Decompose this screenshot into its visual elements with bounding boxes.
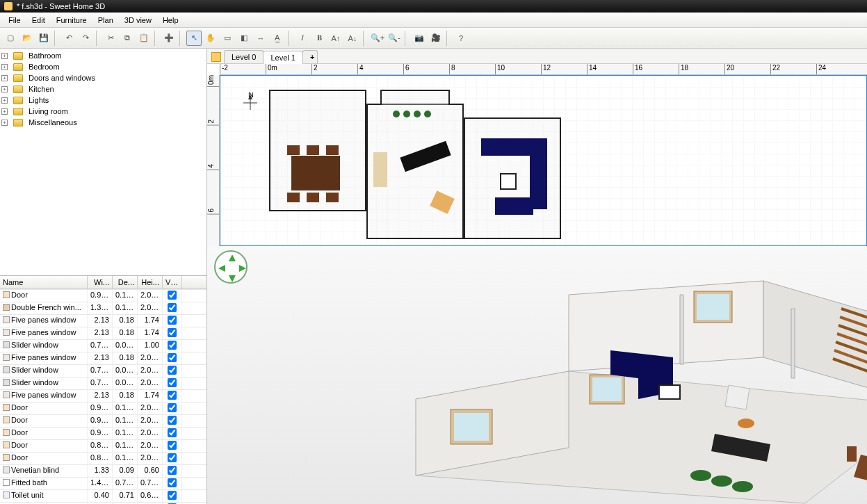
sofa-l-bottom[interactable] [495,197,533,215]
chair[interactable] [326,193,339,202]
sofa-small[interactable] [373,152,387,187]
visible-checkbox[interactable] [168,478,177,487]
create-rooms-button[interactable]: ◧ [236,31,252,46]
plan-2d-view[interactable]: -20m24681012141618202224 0m246 N [207,64,867,246]
visible-checkbox[interactable] [168,428,177,437]
visible-checkbox[interactable] [168,366,177,375]
plan-canvas[interactable]: N [220,75,867,246]
menu-plan[interactable]: Plan [92,14,119,26]
decrease-size-button[interactable]: A↓ [345,31,360,46]
table-row[interactable]: Slider window0.7210.0811.00 [0,339,206,352]
visible-checkbox[interactable] [168,391,177,400]
pan-button[interactable]: ✋ [203,31,218,46]
paste-button[interactable]: 📋 [136,31,152,46]
home-furniture-table[interactable]: Name Wi... De... Hei... Visi... Door0.91… [0,275,206,504]
table-row[interactable]: Five panes window2.130.182.045 [0,352,206,364]
plant-icon[interactable] [424,111,431,117]
plant-icon[interactable] [403,111,410,117]
col-height[interactable]: Hei... [138,276,163,288]
increase-size-button[interactable]: A↑ [328,31,343,46]
menu-furniture[interactable]: Furniture [51,14,92,26]
photo-button[interactable]: 📷 [412,31,427,46]
visible-checkbox[interactable] [168,466,177,475]
catalog-miscellaneous[interactable]: +Miscellaneous [0,117,206,128]
copy-button[interactable]: ⧉ [120,31,135,46]
menu-3d-view[interactable]: 3D view [119,14,157,26]
visible-checkbox[interactable] [168,441,177,450]
visible-checkbox[interactable] [168,416,177,425]
menu-bar[interactable]: FileEditFurniturePlan3D viewHelp [0,13,867,28]
table-row[interactable]: Toilet unit0.400.710.622 [0,489,206,502]
visible-checkbox[interactable] [168,316,177,325]
help-button[interactable]: ? [453,31,469,46]
coffee-table[interactable] [500,173,517,190]
table-row[interactable]: Slider window0.7710.0812.099 [0,364,206,377]
col-depth[interactable]: De... [113,276,138,288]
table-row[interactable]: Door0.9140.1482.083 [0,402,206,414]
floorplan[interactable] [269,90,568,243]
select-button[interactable]: ↖ [186,31,202,46]
expand-icon[interactable]: + [1,64,8,70]
expand-icon[interactable]: + [1,86,8,92]
create-text-button[interactable]: A̲ [270,31,285,46]
redo-button[interactable]: ↷ [78,31,93,46]
compass-icon[interactable]: N [240,92,261,117]
zoom-out-button[interactable]: 🔍- [387,31,402,46]
catalog-kitchen[interactable]: +Kitchen [0,83,206,95]
create-dimensions-button[interactable]: ↔ [253,31,268,46]
plant-icon[interactable] [393,111,400,117]
table-row[interactable]: Venetian blind1.330.090.60 [0,464,206,477]
chair[interactable] [307,193,319,202]
nav-pad-icon[interactable] [214,250,248,284]
expand-icon[interactable]: + [1,75,8,81]
table-row[interactable]: Five panes window2.130.181.74 [0,314,206,327]
undo-button[interactable]: ↶ [61,31,76,46]
col-visible[interactable]: Visi... [163,276,182,288]
table-row[interactable]: Door0.8740.1482.083 [0,452,206,464]
save-button[interactable]: 💾 [36,31,51,46]
menu-file[interactable]: File [3,14,26,26]
col-name[interactable]: Name [0,276,88,288]
scene-3d[interactable] [360,253,867,504]
bold-button[interactable]: 𝐁 [311,31,327,46]
visible-checkbox[interactable] [168,491,177,500]
visible-checkbox[interactable] [168,453,177,462]
tab-add-level[interactable]: + [302,50,318,63]
catalog-bathroom[interactable]: +Bathroom [0,50,206,61]
expand-icon[interactable]: + [1,108,8,115]
dining-table[interactable] [291,156,340,190]
add-furniture-button[interactable]: ➕ [161,31,177,46]
col-width[interactable]: Wi... [88,276,113,288]
table-row[interactable]: Slider window0.7710.0812.099 [0,377,206,389]
create-walls-button[interactable]: ▭ [220,31,235,46]
view-3d[interactable] [207,246,867,504]
table-row[interactable]: Door0.8740.1482.083 [0,439,206,452]
new-button[interactable]: ▢ [3,31,18,46]
tab-level-0[interactable]: Level 0 [224,50,264,63]
video-button[interactable]: 🎥 [428,31,444,46]
chair[interactable] [307,145,319,155]
italic-button[interactable]: 𝐼 [295,31,310,46]
catalog-bedroom[interactable]: +Bedroom [0,61,206,72]
visible-checkbox[interactable] [168,291,177,300]
table-row[interactable]: Five panes window2.130.181.74 [0,327,206,339]
table-header[interactable]: Name Wi... De... Hei... Visi... [0,276,206,289]
tab-level-1[interactable]: Level 1 [263,51,302,64]
furniture-catalog-tree[interactable]: +Bathroom+Bedroom+Doors and windows+Kitc… [0,49,206,275]
table-row[interactable]: Double French win...1.3210.1052.099 [0,302,206,314]
table-row[interactable]: Door0.9140.1482.083 [0,414,206,427]
chair[interactable] [326,145,339,155]
menu-edit[interactable]: Edit [26,14,51,26]
visible-checkbox[interactable] [168,353,177,362]
visible-checkbox[interactable] [168,328,177,337]
catalog-doors-and-windows[interactable]: +Doors and windows [0,72,206,83]
plant-icon[interactable] [414,111,421,117]
table-row[interactable]: Fitted bath1.4580.7620.711 [0,477,206,489]
expand-icon[interactable]: + [1,120,8,126]
visible-checkbox[interactable] [168,303,177,312]
chair[interactable] [287,193,300,202]
open-button[interactable]: 📂 [19,31,35,46]
visible-checkbox[interactable] [168,403,177,412]
menu-help[interactable]: Help [157,14,184,26]
expand-icon[interactable]: + [1,53,8,59]
